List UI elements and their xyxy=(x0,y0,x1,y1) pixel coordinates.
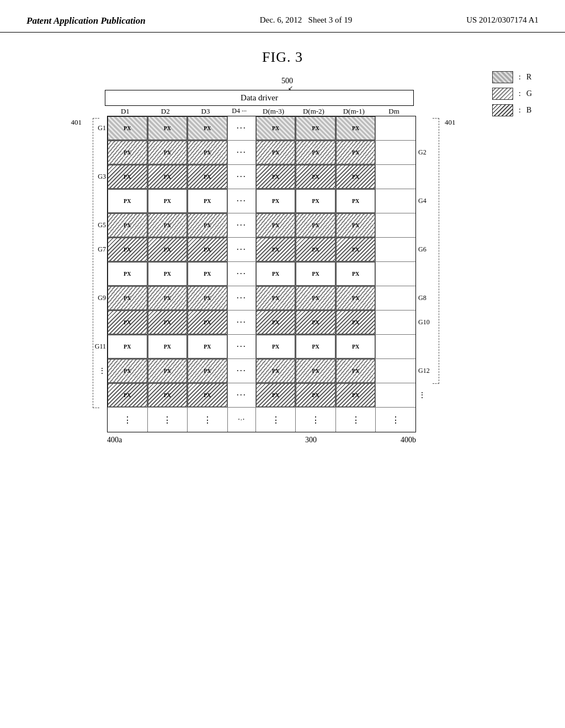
label-400b: 400b xyxy=(401,436,416,445)
cell-r10c2: PX xyxy=(148,335,188,358)
cell-r4c3: PX xyxy=(188,189,228,213)
cell-r7c1: PX xyxy=(108,262,148,286)
grid-row-11: PX PX PX ··· PX PX PX xyxy=(108,359,415,383)
figure-title: FIG. 3 xyxy=(33,49,532,66)
right-gate-area: G2 G4 G6 G8 G10 G12 ⋮ xyxy=(416,116,444,432)
grid-row-9: PX PX PX ··· PX PX PX xyxy=(108,311,415,335)
cell-r5c2: PX xyxy=(148,213,188,237)
rgate-empty2 xyxy=(418,164,444,189)
col-d1: D1 xyxy=(105,107,145,116)
publication-title: Patent Application Publication xyxy=(26,15,146,26)
pixel-grid: PX PX PX ··· PX PX PX PX PX PX ··· PX PX xyxy=(107,116,416,432)
cell-r3c6: PX xyxy=(296,165,336,189)
cell-r12c6: PX xyxy=(296,383,336,407)
cell-r4c6: PX xyxy=(296,189,336,213)
cell-r3c5: PX xyxy=(256,165,296,189)
cell-r3c3: PX xyxy=(188,165,228,189)
cell-r8c6: PX xyxy=(296,286,336,310)
label-401-right-container: 401 xyxy=(444,116,460,432)
label-500-container: 500 ↙ xyxy=(105,77,414,90)
cell-r12c8 xyxy=(376,383,415,407)
cell-r7c7: PX xyxy=(336,262,376,286)
data-driver-box: Data driver xyxy=(105,90,414,106)
col-dm3: D(m-3) xyxy=(253,107,294,116)
cell-r10c1: PX xyxy=(108,335,148,358)
cell-r11c5: PX xyxy=(256,359,296,383)
cell-r9-dots: ··· xyxy=(228,311,256,334)
label-401-right: 401 xyxy=(445,118,456,127)
cell-r7c5: PX xyxy=(256,262,296,286)
cell-r2c5: PX xyxy=(256,141,296,164)
cell-r7-dots: ··· xyxy=(228,262,256,286)
rgate-g8: G8 xyxy=(418,286,444,310)
cell-r1c1: PX xyxy=(108,116,148,140)
cell-r8c3: PX xyxy=(188,286,228,310)
cell-r5c6: PX xyxy=(296,213,336,237)
diagram-container: 500 ↙ Data driver D1 D2 D3 D4 ··· D(m-3)… xyxy=(66,77,532,445)
cell-r7c6: PX xyxy=(296,262,336,286)
date-text: Dec. 6, 2012 xyxy=(260,15,302,24)
cell-r10c3: PX xyxy=(188,335,228,358)
cell-r4c2: PX xyxy=(148,189,188,213)
grid-row-4: PX PX PX ··· PX PX PX xyxy=(108,189,415,213)
cell-r6c6: PX xyxy=(296,238,336,261)
cell-dots-c5: ⋮ xyxy=(256,408,296,432)
cell-r11c6: PX xyxy=(296,359,336,383)
cell-r2c2: PX xyxy=(148,141,188,164)
rgate-g2: G2 xyxy=(418,140,444,164)
cell-r4c7: PX xyxy=(336,189,376,213)
rgate-empty1 xyxy=(418,116,444,140)
page-header: Patent Application Publication Dec. 6, 2… xyxy=(0,0,565,33)
rgate-dots: ⋮ xyxy=(418,383,444,407)
cell-dots-mid: ··· xyxy=(228,408,256,432)
sheet-text: Sheet 3 of 19 xyxy=(308,15,353,24)
cell-r9c5: PX xyxy=(256,311,296,334)
cell-r1c2: PX xyxy=(148,116,188,140)
cell-r7c3: PX xyxy=(188,262,228,286)
cell-r12c3: PX xyxy=(188,383,228,407)
cell-dots-c7: ⋮ xyxy=(336,408,376,432)
label-401-left: 401 xyxy=(71,118,82,127)
col-dm: Dm xyxy=(374,107,414,116)
cell-r6c5: PX xyxy=(256,238,296,261)
cell-r6c3: PX xyxy=(188,238,228,261)
left-gate-area: G1 G3 G5 G7 G9 G11 ⋮ xyxy=(83,116,107,432)
cell-r3c8 xyxy=(376,165,415,189)
cell-r12c5: PX xyxy=(256,383,296,407)
cell-r11c2: PX xyxy=(148,359,188,383)
col-d4-dots: D4 ··· xyxy=(225,107,253,116)
cell-r4c1: PX xyxy=(108,189,148,213)
grid-row-8: PX PX PX ··· PX PX PX xyxy=(108,286,415,311)
cell-r10c5: PX xyxy=(256,335,296,358)
cell-r12c7: PX xyxy=(336,383,376,407)
cell-r2c3: PX xyxy=(188,141,228,164)
cell-r5c5: PX xyxy=(256,213,296,237)
cell-r4c8 xyxy=(376,189,415,213)
cell-r2-dots: ··· xyxy=(228,141,256,164)
data-driver-label: Data driver xyxy=(241,93,278,102)
cell-r11c1: PX xyxy=(108,359,148,383)
rgate-g12: G12 xyxy=(418,358,444,383)
patent-number: US 2012/0307174 A1 xyxy=(466,15,539,25)
bracket-right-outer xyxy=(433,118,439,384)
bottom-labels-inner: 400a 300 400b xyxy=(107,436,416,445)
rgate-empty4 xyxy=(418,261,444,286)
cell-r5c7: PX xyxy=(336,213,376,237)
rgate-empty3 xyxy=(418,213,444,237)
cell-r3c7: PX xyxy=(336,165,376,189)
cell-r4-dots: ··· xyxy=(228,189,256,213)
label-401-left-container: 401 xyxy=(66,116,83,432)
cell-r1c5: PX xyxy=(256,116,296,140)
bottom-spacer1 xyxy=(66,436,83,445)
cell-r9c2: PX xyxy=(148,311,188,334)
cell-r8c2: PX xyxy=(148,286,188,310)
cell-r11c8 xyxy=(376,359,415,383)
grid-row-3: PX PX PX ··· PX PX PX xyxy=(108,165,415,189)
cell-dots-c1: ⋮ xyxy=(108,408,148,432)
column-headers: D1 D2 D3 D4 ··· D(m-3) D(m-2) D(m-1) Dm xyxy=(105,107,414,116)
col-dm1: D(m-1) xyxy=(333,107,374,116)
cell-r3-dots: ··· xyxy=(228,165,256,189)
cell-r7c8 xyxy=(376,262,415,286)
cell-r1-dots: ··· xyxy=(228,116,256,140)
cell-r1c6: PX xyxy=(296,116,336,140)
